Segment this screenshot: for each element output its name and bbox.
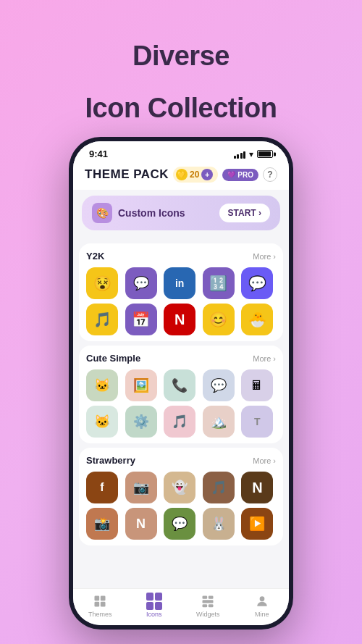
widgets-nav-label: Widgets: [196, 611, 220, 618]
list-item[interactable]: 🎵: [164, 406, 195, 438]
scroll-area[interactable]: Y2K More › 😵 💬 in 🔢 💬 🎵 📅 N 😊 🐣: [73, 236, 289, 588]
list-item[interactable]: N: [125, 508, 157, 540]
list-item[interactable]: N: [241, 472, 273, 503]
battery-icon: [257, 150, 273, 158]
y2k-section: Y2K More › 😵 💬 in 🔢 💬 🎵 📅 N 😊 🐣: [79, 243, 283, 341]
list-item[interactable]: 👻: [164, 472, 195, 503]
pro-label: PRO: [237, 171, 253, 179]
nav-item-mine[interactable]: Mine: [244, 593, 280, 618]
y2k-section-header: Y2K More ›: [86, 251, 276, 262]
strawberry-header: Strawberry More ›: [86, 455, 276, 466]
svg-rect-2: [95, 602, 100, 607]
list-item[interactable]: 🐱: [86, 369, 118, 401]
coins-badge[interactable]: 💛 20 +: [173, 167, 218, 183]
status-bar: 9:41 ▾: [73, 141, 289, 162]
nav-item-icons[interactable]: Icons: [136, 593, 172, 618]
list-item[interactable]: 🐰: [203, 508, 235, 540]
list-item[interactable]: 📞: [164, 369, 195, 401]
list-item[interactable]: ▶️: [241, 508, 273, 540]
strawberry-icon-grid: f 📷 👻 🎵 N 📸 N 💬 🐰 ▶️: [86, 472, 276, 540]
list-item[interactable]: T: [241, 406, 273, 438]
icons-icon: [146, 593, 162, 609]
list-item[interactable]: 💬: [241, 267, 273, 299]
strawberry-title: Strawberry: [86, 455, 135, 466]
mine-nav-label: Mine: [255, 611, 269, 618]
cute-simple-title: Cute Simple: [86, 353, 140, 364]
list-item[interactable]: 💬: [203, 369, 235, 401]
svg-rect-3: [101, 602, 106, 607]
list-item[interactable]: 📷: [125, 472, 157, 503]
list-item[interactable]: 😊: [203, 304, 235, 335]
y2k-title: Y2K: [86, 251, 104, 262]
coin-icon: 💛: [176, 169, 188, 180]
header-right: 💛 20 + 💜 PRO ?: [173, 167, 277, 183]
cute-simple-more-link[interactable]: More ›: [253, 354, 276, 363]
add-coins-button[interactable]: +: [201, 169, 213, 180]
list-item[interactable]: 😵: [86, 267, 118, 299]
wifi-icon: ▾: [249, 149, 253, 159]
nav-item-widgets[interactable]: Widgets: [190, 593, 226, 618]
strawberry-section: Strawberry More › f 📷 👻 🎵 N 📸 N 💬 🐰 ▶️: [79, 448, 283, 545]
list-item[interactable]: f: [86, 472, 118, 503]
banner-left: 🎨 Custom Icons: [92, 203, 185, 223]
app-title-text: THEME PACK: [85, 167, 169, 182]
list-item[interactable]: ⚙️: [125, 406, 157, 438]
svg-rect-6: [203, 601, 214, 603]
start-button[interactable]: START ›: [219, 204, 270, 222]
y2k-icon-grid: 😵 💬 in 🔢 💬 🎵 📅 N 😊 🐣: [86, 267, 276, 335]
signal-bars-icon: [234, 150, 246, 159]
list-item[interactable]: 💬: [164, 508, 195, 540]
list-item[interactable]: 🏔️: [203, 406, 235, 438]
custom-icons-banner[interactable]: 🎨 Custom Icons START ›: [82, 196, 280, 230]
coins-count: 20: [190, 170, 199, 180]
list-item[interactable]: 🖼️: [125, 369, 157, 401]
cute-simple-header: Cute Simple More ›: [86, 353, 276, 364]
list-item[interactable]: 📸: [86, 508, 118, 540]
help-button[interactable]: ?: [263, 167, 277, 182]
themes-nav-label: Themes: [88, 611, 112, 618]
svg-rect-1: [101, 596, 106, 601]
mine-icon: [254, 593, 270, 609]
status-time: 9:41: [89, 149, 108, 159]
list-item[interactable]: 🐣: [241, 304, 273, 335]
y2k-more-link[interactable]: More ›: [253, 252, 276, 261]
banner-text: Custom Icons: [118, 207, 185, 219]
cute-simple-section: Cute Simple More › 🐱 🖼️ 📞 💬 🖩 🐱 ⚙️ 🎵 🏔️ …: [79, 346, 283, 443]
list-item[interactable]: N: [164, 304, 195, 335]
strawberry-more-link[interactable]: More ›: [253, 456, 276, 465]
svg-point-9: [259, 597, 264, 602]
svg-rect-7: [203, 605, 208, 608]
page-title: Diverse Icon Collection: [85, 20, 277, 124]
list-item[interactable]: 📅: [125, 304, 157, 335]
themes-icon: [92, 593, 108, 609]
svg-rect-8: [209, 605, 214, 608]
app-header: THEME PACK 💛 20 + 💜 PRO ?: [73, 162, 289, 190]
svg-rect-4: [203, 596, 208, 599]
list-item[interactable]: 🔢: [203, 267, 235, 299]
cute-simple-icon-grid: 🐱 🖼️ 📞 💬 🖩 🐱 ⚙️ 🎵 🏔️ T: [86, 369, 276, 438]
svg-rect-0: [95, 596, 100, 601]
banner-icon: 🎨: [92, 203, 112, 223]
list-item[interactable]: 💬: [125, 267, 157, 299]
list-item[interactable]: 🐱: [86, 406, 118, 438]
status-icons: ▾: [234, 149, 274, 159]
list-item[interactable]: 🖩: [241, 369, 273, 401]
icons-nav-label: Icons: [146, 611, 162, 618]
nav-item-themes[interactable]: Themes: [82, 593, 118, 618]
widgets-icon: [200, 593, 216, 609]
list-item[interactable]: 🎵: [203, 472, 235, 503]
list-item[interactable]: 🎵: [86, 304, 118, 335]
phone-container: 9:41 ▾ THEME PACK 💛 20 +: [69, 137, 293, 630]
bottom-nav: Themes Icons: [73, 588, 289, 625]
list-item[interactable]: in: [164, 267, 195, 299]
icons-active-indicator: [146, 593, 162, 610]
pro-heart-icon: 💜: [227, 171, 235, 178]
phone-screen: 9:41 ▾ THEME PACK 💛 20 +: [73, 141, 289, 625]
pro-badge[interactable]: 💜 PRO: [222, 169, 258, 181]
svg-rect-5: [209, 596, 214, 599]
